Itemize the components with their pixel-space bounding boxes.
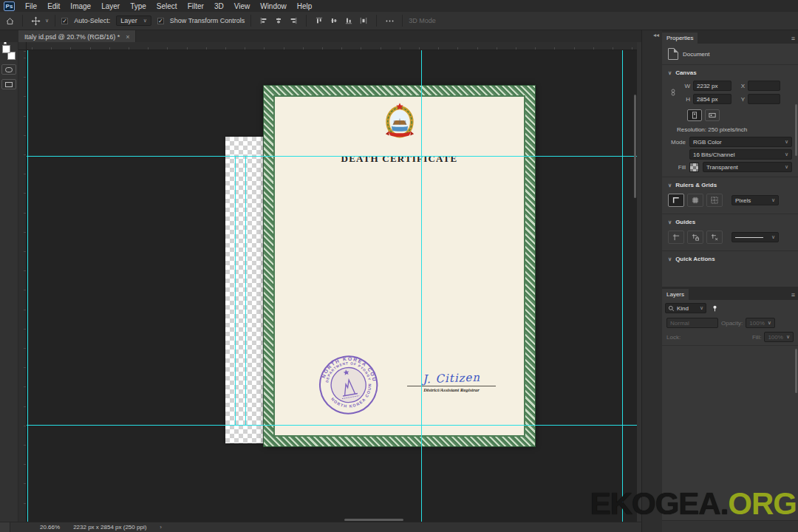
chevron-down-icon: ∨ [785,164,788,170]
toggle-grid-button[interactable] [687,194,703,207]
guide-segment-1[interactable] [235,156,236,425]
x-label: X [734,83,745,89]
layers-panel-menu-icon[interactable]: ≡ [791,291,795,300]
vertical-scrollbar[interactable] [634,95,636,198]
menu-filter[interactable]: Filter [183,2,209,10]
resolution-label: Resolution: 250 pixels/inch [662,123,798,134]
show-transform-checkbox[interactable]: ✓ [157,18,164,24]
zoom-level-field[interactable]: 20.66% [40,524,60,531]
tab-properties[interactable]: Properties [662,33,698,44]
screen-mode-button[interactable] [1,79,16,89]
canvas-dimensions: W 2232 px X H 2854 px Y [662,79,798,106]
certificate-document[interactable]: DEATH CERTIFICATE NORTH KOREA COUNCIL [264,86,535,446]
lock-row: Lock: Fill: 100%∨ [662,330,798,346]
layers-scrollbar[interactable] [795,349,797,393]
clear-guides-button[interactable] [706,231,723,244]
properties-scrollbar[interactable] [795,104,797,156]
toggle-pixel-grid-button[interactable] [706,194,723,207]
expand-panels-icon[interactable]: ◂◂ [653,30,659,40]
document-tab-bar: Italy id.psd @ 20.7% (RGB/16) * × [0,30,641,42]
portrait-orientation-button[interactable] [687,109,702,121]
align-right-icon[interactable] [287,14,300,27]
ruler-horizontal[interactable] [27,42,637,50]
menu-help[interactable]: Help [292,2,318,10]
width-label: W [681,83,690,89]
3d-mode-label: 3D Mode [409,17,436,24]
blend-mode-dropdown[interactable]: Normal [666,318,718,328]
quick-actions-section-header[interactable]: ∨ Quick Actions [662,251,798,265]
distribute-buttons [313,14,370,27]
guide-vertical-right[interactable] [622,50,623,522]
rulers-grids-section-header[interactable]: ∨ Rulers & Grids [662,177,798,191]
properties-target-label: Document [683,51,709,58]
auto-select-label: Auto-Select: [74,17,110,24]
transparent-canvas-area [225,137,264,443]
filter-pin-toggle[interactable] [709,303,720,313]
bit-depth-dropdown[interactable]: 16 Bits/Channel∨ [689,149,792,160]
menu-layer[interactable]: Layer [96,2,125,10]
menu-select[interactable]: Select [151,2,183,10]
height-field[interactable]: 2854 px [693,94,732,104]
align-center-icon[interactable] [272,14,285,27]
document-tab[interactable]: Italy id.psd @ 20.7% (RGB/16) * × [18,30,136,42]
menu-file[interactable]: File [20,2,42,10]
canvas-section-header[interactable]: ∨ Canvas [662,65,798,79]
auto-select-checkbox[interactable]: ✓ [61,18,68,24]
move-tool-option-icon[interactable] [29,14,42,27]
align-middle-icon[interactable] [327,14,341,27]
layer-filter-kind-dropdown[interactable]: Kind ∨ [665,303,706,313]
document-icon [668,48,678,60]
canvas-viewport[interactable]: DEATH CERTIFICATE NORTH KOREA COUNCIL [27,50,637,522]
guide-style-dropdown[interactable]: ∨ [732,232,779,242]
signature-text: J. Citizen [404,370,499,386]
home-icon[interactable] [3,14,16,27]
menu-type[interactable]: Type [125,2,151,10]
menu-view[interactable]: View [229,2,256,10]
rulers-grids-buttons: Pixels∨ [662,191,798,209]
distribute-icon[interactable] [357,14,370,27]
status-info-chevron-icon[interactable]: › [160,524,162,531]
horizontal-scrollbar[interactable] [344,519,403,521]
align-top-icon[interactable] [313,14,326,27]
fill-swatch[interactable] [689,163,699,172]
link-dimensions-icon[interactable] [668,88,678,97]
north-korea-emblem-icon [275,101,524,140]
align-bottom-icon[interactable] [342,14,355,27]
close-icon[interactable]: × [126,33,129,41]
status-bar: 20.66% 2232 px x 2854 px (250 ppi) › [0,522,641,532]
color-picker-widget[interactable] [1,45,16,60]
guide-segment-2[interactable] [245,156,246,425]
menu-window[interactable]: Window [255,2,292,10]
guide-vertical-left[interactable] [27,50,28,522]
lock-guides-button[interactable] [687,231,703,244]
opacity-field[interactable]: 100%∨ [746,318,775,328]
guide-vertical-center[interactable] [421,50,422,522]
menu-edit[interactable]: Edit [42,2,65,10]
auto-select-dropdown[interactable]: Layer ∨ [116,16,151,26]
document-title: Italy id.psd @ 20.7% (RGB/16) * [24,33,120,41]
guide-horizontal-top[interactable] [27,156,637,157]
quick-mask-button[interactable] [1,64,16,75]
guide-horizontal-bottom[interactable] [27,425,637,426]
toggle-guides-button[interactable] [668,231,684,244]
signature-role: District/Assistant Registrar [404,387,499,392]
landscape-orientation-button[interactable] [705,109,720,121]
foreground-color-swatch[interactable] [2,45,10,53]
ruler-origin-corner[interactable] [18,42,27,50]
panel-menu-icon[interactable]: ≡ [791,35,795,44]
guides-section-header[interactable]: ∨ Guides [662,214,798,228]
fill-dropdown[interactable]: Transparent∨ [703,162,792,172]
toggle-rulers-button[interactable] [668,194,684,207]
menu-3d[interactable]: 3D [209,2,229,10]
width-field[interactable]: 2232 px [693,81,732,91]
y-field [748,94,780,104]
align-left-icon[interactable] [257,14,270,27]
menu-image[interactable]: Image [65,2,96,10]
more-options-icon[interactable] [383,14,396,27]
ruler-units-dropdown[interactable]: Pixels∨ [732,195,779,205]
certificate-inner-frame: DEATH CERTIFICATE NORTH KOREA COUNCIL [273,95,525,437]
ruler-vertical[interactable] [18,50,27,522]
color-mode-dropdown[interactable]: RGB Color∨ [689,137,792,147]
fill-opacity-field[interactable]: 100%∨ [764,332,794,342]
tab-layers[interactable]: Layers [662,289,689,300]
